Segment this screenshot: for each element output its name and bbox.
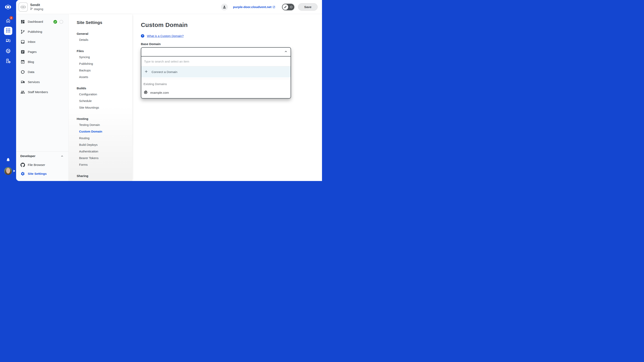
- external-link-icon: [272, 6, 275, 8]
- bell-icon: [6, 157, 11, 163]
- rail-globe-button[interactable]: [6, 48, 11, 54]
- settings-nav-configuration[interactable]: Configuration: [77, 91, 132, 97]
- site-name: Sendit: [30, 3, 43, 7]
- main-content: Custom Domain ? What is a Custom Domain?…: [132, 14, 322, 181]
- sidebar-item-blog[interactable]: Blog: [16, 57, 68, 67]
- domain-option-example-com[interactable]: example.com: [141, 89, 290, 96]
- globe-icon: [6, 48, 11, 54]
- sidebar-item-staff-members[interactable]: Staff Members: [16, 87, 68, 97]
- rail-devices-button[interactable]: [6, 38, 11, 44]
- document-icon: [20, 49, 25, 54]
- gear-icon: [290, 5, 293, 9]
- notification-count-badge: 2: [10, 16, 13, 20]
- sidebar-item-pages[interactable]: Pages: [16, 47, 68, 57]
- site-branch: staging: [30, 7, 43, 11]
- sidebar-item-label: Site Settings: [28, 172, 47, 176]
- base-domain-combobox: Connect a Domain Existing Domains: [141, 47, 291, 98]
- sidebar-item-label: Pages: [28, 50, 37, 54]
- app-rail: 2: [0, 0, 16, 181]
- settings-nav-syncing[interactable]: Syncing: [77, 54, 132, 60]
- github-icon: [20, 162, 25, 167]
- sidebar-item-label: Blog: [28, 60, 34, 64]
- settings-section-general: General Details: [77, 31, 132, 43]
- existing-domains-label: Existing Domains: [141, 82, 290, 86]
- data-ring-icon: [20, 70, 25, 74]
- sidebar-item-dashboard[interactable]: Dashboard: [16, 17, 68, 27]
- settings-nav-routing[interactable]: Routing: [77, 135, 132, 141]
- branch-name: staging: [34, 7, 43, 11]
- help-link[interactable]: What is a Custom Domain?: [147, 34, 184, 38]
- calendar-check-icon: [20, 59, 25, 64]
- connect-a-domain-option[interactable]: Connect a Domain: [141, 66, 290, 77]
- avatar-expand-arrow-icon: [14, 170, 15, 172]
- settings-nav-publishing[interactable]: Publishing: [77, 60, 132, 67]
- settings-section-hosting: Hosting Testing Domain Custom Domain Rou…: [77, 116, 132, 168]
- toggle-knob: [282, 4, 288, 10]
- status-pending-icon: [59, 20, 63, 24]
- cloudcannon-logo-icon: [4, 3, 12, 11]
- domain-search-input[interactable]: [141, 56, 290, 66]
- sidebar-item-publishing[interactable]: Publishing: [16, 27, 68, 37]
- rail-user-menu[interactable]: [4, 167, 12, 175]
- sidebar-item-inbox[interactable]: Inbox: [16, 37, 68, 47]
- plus-icon: [144, 69, 148, 74]
- sidebar-item-services[interactable]: Services: [16, 77, 68, 87]
- base-domain-select[interactable]: [141, 47, 291, 56]
- git-branch-icon: [30, 7, 33, 11]
- settings-nav-testing-domain[interactable]: Testing Domain: [77, 121, 132, 128]
- rail-organization-button[interactable]: [6, 58, 11, 64]
- site-logo-tile: [18, 2, 28, 12]
- sidebar-item-site-settings[interactable]: Site Settings: [16, 169, 68, 178]
- settings-nav-details[interactable]: Details: [77, 36, 132, 43]
- dashboard-status: [53, 20, 63, 24]
- settings-nav-assets[interactable]: Assets: [77, 74, 132, 80]
- app-window: Sendit staging purple-door.cloudvent.net: [16, 0, 322, 181]
- settings-nav-authentication[interactable]: Authentication: [77, 148, 132, 155]
- settings-nav-forms[interactable]: Forms: [77, 161, 132, 168]
- chevron-up-icon: [284, 50, 288, 54]
- save-button[interactable]: Save: [298, 3, 318, 11]
- settings-nav-backups[interactable]: Backups: [77, 67, 132, 74]
- developer-section-toggle[interactable]: Developer: [16, 152, 68, 160]
- existing-domains-group: Existing Domains example.com: [141, 79, 290, 98]
- sidebar-item-label: Inbox: [28, 40, 36, 44]
- page-title: Custom Domain: [141, 21, 322, 29]
- dashboard-icon: [20, 19, 25, 24]
- rail-apps-button-active[interactable]: [4, 27, 12, 35]
- site-logo-icon: [20, 3, 26, 10]
- site-sidebar: Dashboard Publishing: [16, 14, 69, 181]
- preview-url-link[interactable]: purple-door.cloudvent.net: [233, 5, 275, 9]
- settings-nav-build-deploys[interactable]: Build Deploys: [77, 141, 132, 148]
- site-meta: Sendit staging: [30, 3, 43, 11]
- edit-settings-mode-toggle[interactable]: [282, 3, 295, 11]
- sidebar-item-file-browser[interactable]: File Browser: [16, 160, 68, 169]
- apps-grid-icon: [6, 28, 11, 34]
- developer-section: Developer File Browser Site Settings: [16, 151, 68, 181]
- settings-section-builds: Builds Configuration Schedule Site Mount…: [77, 86, 132, 111]
- header-actions: purple-door.cloudvent.net Save: [221, 3, 318, 11]
- sidebar-item-label: Dashboard: [28, 20, 43, 23]
- sidebar-item-label: File Browser: [28, 163, 45, 167]
- top-header: Sendit staging purple-door.cloudvent.net: [16, 0, 322, 14]
- help-question-icon: ?: [141, 34, 144, 38]
- settings-nav-schedule[interactable]: Schedule: [77, 97, 132, 104]
- sidebar-item-label: Data: [28, 70, 34, 74]
- status-success-icon: [53, 20, 57, 24]
- gear-icon: [20, 171, 25, 176]
- settings-nav-custom-domain[interactable]: Custom Domain: [77, 128, 132, 135]
- settings-panel-title: Site Settings: [77, 19, 132, 26]
- globe-icon: [144, 90, 148, 95]
- rail-notifications-button[interactable]: [6, 157, 11, 163]
- settings-nav-site-mountings[interactable]: Site Mountings: [77, 104, 132, 111]
- rail-home-button[interactable]: 2: [6, 18, 11, 24]
- user-avatar: [4, 167, 12, 175]
- sidebar-item-data[interactable]: Data: [16, 67, 68, 77]
- settings-nav-bearer-tokens[interactable]: Bearer Tokens: [77, 155, 132, 161]
- chevron-up-icon: [60, 155, 64, 158]
- dropdown-divider: [141, 77, 290, 79]
- base-domain-label: Base Domain: [141, 42, 322, 46]
- pencil-icon: [284, 5, 287, 8]
- settings-section-sharing: Sharing: [77, 173, 132, 179]
- viewer-count-button[interactable]: [221, 3, 228, 10]
- sidebar-item-label: Services: [28, 80, 40, 84]
